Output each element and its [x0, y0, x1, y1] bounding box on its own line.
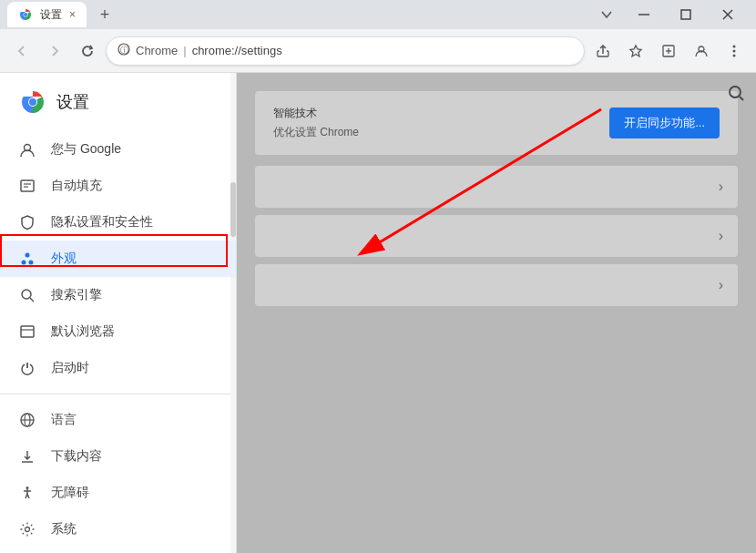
svg-rect-4 — [681, 10, 690, 19]
content-row-3[interactable]: › — [255, 264, 738, 306]
svg-point-41 — [730, 87, 741, 97]
tab-title: 设置 — [40, 7, 62, 23]
sidebar-item-label-appearance: 外观 — [51, 251, 77, 267]
tab-favicon — [18, 7, 33, 22]
omnibox[interactable]: ⓘ Chrome | chrome://settings — [106, 36, 585, 66]
search-icon — [18, 286, 36, 304]
content-row-2[interactable]: › — [255, 215, 738, 257]
svg-point-25 — [26, 253, 30, 258]
sidebar-item-privacy[interactable]: 隐私设置和安全性 — [0, 204, 236, 241]
sidebar-item-appearance[interactable]: 外观 — [0, 241, 236, 277]
row-arrow-1: › — [719, 179, 723, 195]
svg-point-16 — [733, 54, 736, 56]
profile-button[interactable] — [687, 36, 716, 66]
omnibox-url: chrome://settings — [192, 44, 282, 57]
sidebar-item-label-system: 系统 — [51, 521, 77, 538]
svg-point-24 — [22, 261, 26, 265]
sync-line2: 优化设置 Chrome — [273, 125, 359, 140]
sidebar-header: 设置 — [0, 73, 236, 131]
sidebar-item-search[interactable]: 搜索引擎 — [0, 277, 236, 313]
browser-icon — [18, 323, 36, 341]
sidebar-item-language[interactable]: 语言 — [0, 402, 236, 438]
language-icon — [18, 411, 36, 429]
security-icon: ⓘ — [117, 43, 130, 58]
addressbar: ⓘ Chrome | chrome://settings — [0, 29, 756, 73]
row-arrow-3: › — [719, 277, 723, 293]
omnibox-chrome-label: Chrome — [136, 44, 178, 57]
titlebar-left: 设置 × + — [7, 2, 117, 27]
svg-point-35 — [26, 486, 29, 489]
svg-point-14 — [733, 45, 736, 47]
back-button[interactable] — [7, 36, 36, 66]
maximize-button[interactable] — [665, 0, 707, 29]
svg-line-42 — [740, 97, 743, 100]
content-row-1[interactable]: › — [255, 166, 738, 208]
sync-line1: 智能技术 — [273, 106, 359, 121]
window-controls — [598, 0, 749, 29]
tab-close-button[interactable]: × — [69, 8, 76, 21]
bookmark-button[interactable] — [621, 36, 650, 66]
svg-marker-9 — [630, 46, 641, 56]
accessibility-icon — [18, 484, 36, 502]
person-icon — [18, 140, 36, 159]
appearance-icon — [18, 250, 36, 268]
svg-point-27 — [22, 290, 31, 299]
sidebar-item-label-search: 搜索引擎 — [51, 287, 102, 303]
sidebar-item-label-autofill: 自动填充 — [51, 178, 102, 194]
content-inner: 智能技术 优化设置 Chrome 开启同步功能... › › › — [237, 73, 756, 553]
sidebar-item-browser[interactable]: 默认浏览器 — [0, 313, 236, 350]
svg-point-40 — [26, 527, 30, 532]
download-icon — [18, 447, 36, 466]
sidebar: 设置 您与 Google 自动填充 隐私设置和安全性 — [0, 73, 237, 553]
sync-button[interactable]: 开启同步功能... — [609, 108, 720, 138]
row-arrow-2: › — [719, 228, 723, 244]
chrome-logo — [18, 87, 47, 117]
power-icon — [18, 359, 36, 377]
autofill-icon — [18, 177, 36, 195]
svg-rect-21 — [21, 180, 34, 191]
sidebar-item-label-download: 下载内容 — [51, 448, 102, 465]
extension-button[interactable] — [654, 36, 683, 66]
minimize-button[interactable] — [623, 0, 665, 29]
nav-divider — [0, 394, 236, 394]
svg-line-28 — [30, 298, 34, 302]
sidebar-item-label-accessibility: 无障碍 — [51, 485, 89, 501]
sync-card-text: 智能技术 优化设置 Chrome — [273, 106, 359, 140]
sidebar-item-accessibility[interactable]: 无障碍 — [0, 475, 236, 511]
share-button[interactable] — [588, 36, 618, 66]
sidebar-item-label-privacy: 隐私设置和安全性 — [51, 214, 153, 230]
sidebar-item-autofill[interactable]: 自动填充 — [0, 168, 236, 204]
active-tab[interactable]: 设置 × — [7, 2, 87, 27]
omnibox-separator: | — [183, 44, 186, 57]
svg-point-19 — [29, 98, 36, 106]
titlebar: 设置 × + — [0, 0, 756, 29]
sync-card: 智能技术 优化设置 Chrome 开启同步功能... — [255, 91, 738, 155]
sidebar-item-startup[interactable]: 启动时 — [0, 350, 236, 386]
sidebar-item-label-google: 您与 Google — [51, 141, 121, 158]
chevron-down-icon — [601, 11, 612, 18]
svg-point-15 — [733, 49, 736, 52]
sidebar-item-download[interactable]: 下载内容 — [0, 438, 236, 475]
addressbar-right — [588, 36, 749, 66]
svg-point-2 — [24, 13, 27, 16]
close-button[interactable] — [707, 0, 749, 29]
system-icon — [18, 520, 36, 538]
menu-button[interactable] — [720, 36, 749, 66]
svg-point-26 — [29, 261, 34, 265]
shield-icon — [18, 213, 36, 231]
forward-button[interactable] — [40, 36, 69, 66]
refresh-button[interactable] — [73, 36, 102, 66]
sidebar-item-label-language: 语言 — [51, 412, 77, 428]
sidebar-title: 设置 — [56, 91, 89, 113]
sidebar-item-label-startup: 启动时 — [51, 360, 89, 376]
content-area: 智能技术 优化设置 Chrome 开启同步功能... › › › — [237, 73, 756, 553]
main-layout: 设置 您与 Google 自动填充 隐私设置和安全性 — [0, 73, 756, 553]
svg-text:ⓘ: ⓘ — [120, 46, 128, 55]
svg-line-39 — [27, 494, 29, 498]
svg-rect-29 — [21, 326, 34, 337]
sidebar-item-system[interactable]: 系统 — [0, 511, 236, 548]
sidebar-item-google[interactable]: 您与 Google — [0, 131, 236, 168]
new-tab-button[interactable]: + — [92, 2, 117, 27]
sidebar-item-label-browser: 默认浏览器 — [51, 323, 115, 340]
content-search-icon[interactable] — [727, 84, 745, 107]
